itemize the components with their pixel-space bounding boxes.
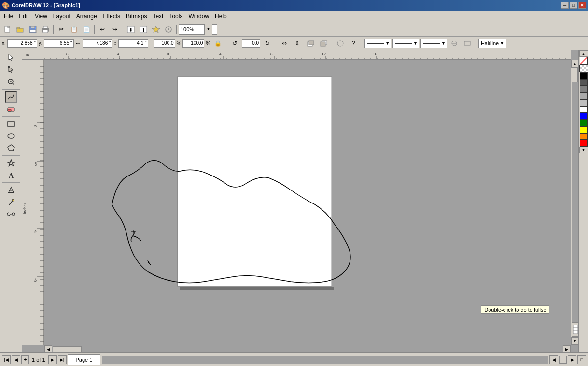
to-back-button[interactable] (318, 38, 329, 49)
menu-help[interactable]: Help (212, 12, 230, 21)
rectangle-tool-button[interactable] (5, 118, 17, 130)
lock-aspect-button[interactable]: 🔒 (212, 38, 224, 49)
hairline-dropdown[interactable]: Hairline ▼ (478, 39, 506, 48)
canvas-viewport[interactable] (44, 60, 571, 345)
to-front-button[interactable] (305, 38, 316, 49)
open-button[interactable] (14, 24, 26, 35)
star-tool-button[interactable] (5, 157, 17, 169)
scroll-down-button[interactable]: ▼ (571, 337, 578, 345)
next-page-button[interactable]: ▶ (48, 355, 57, 364)
freehand-tool-button[interactable] (5, 91, 17, 103)
scroll-tab-right[interactable]: ▶ (568, 355, 576, 364)
color-orange[interactable] (580, 133, 588, 140)
pick-tool-button[interactable] (5, 52, 17, 64)
save-button[interactable] (27, 24, 39, 35)
scale-x-field[interactable] (154, 39, 175, 48)
minimize-button[interactable]: ─ (561, 2, 569, 9)
menu-text[interactable]: Text (150, 12, 166, 21)
node-shape-button[interactable] (448, 38, 460, 49)
scroll-v-thumb[interactable] (572, 68, 578, 82)
color-black[interactable] (580, 72, 588, 79)
eraser-tool-button[interactable] (5, 103, 17, 115)
cut-button[interactable]: ✂ (56, 24, 67, 35)
page-tab[interactable]: Page 1 (68, 354, 101, 365)
color-gray[interactable] (580, 86, 588, 93)
menu-arrange[interactable]: Arrange (73, 12, 100, 21)
blend-tool-button[interactable] (5, 208, 17, 220)
paste-button[interactable]: 📄 (81, 24, 92, 35)
redo-button[interactable]: ↪ (109, 24, 121, 35)
close-button[interactable]: ✕ (578, 2, 586, 9)
fill-tool-button[interactable] (5, 184, 17, 196)
drawing-canvas[interactable] (44, 60, 571, 345)
title-bar-controls[interactable]: ─ □ ✕ (561, 2, 586, 9)
import-button[interactable]: ⬇ (125, 24, 137, 35)
menu-edit[interactable]: Edit (16, 12, 32, 21)
menu-window[interactable]: Window (185, 12, 212, 21)
color-light-gray[interactable] (580, 93, 588, 99)
ellipse-tool-button[interactable] (5, 130, 17, 142)
page-overview[interactable] (559, 356, 567, 364)
scroll-tab-left[interactable]: ◀ (549, 355, 558, 364)
menu-effects[interactable]: Effects (100, 12, 123, 21)
color-yellow[interactable] (580, 126, 588, 133)
palette-scroll-up[interactable]: ▲ (579, 50, 588, 57)
scroll-right-button[interactable]: ▶ (563, 345, 571, 352)
last-page-button[interactable]: ▶| (58, 355, 67, 364)
zoom-input[interactable] (179, 26, 204, 33)
prev-page-button[interactable]: ◀ (12, 355, 20, 364)
scroll-h-thumb[interactable] (53, 346, 82, 352)
menu-view[interactable]: View (32, 12, 50, 21)
outline-width-dropdown[interactable]: ▼ (420, 39, 447, 48)
y-field[interactable] (44, 39, 74, 48)
nudge-button[interactable] (335, 38, 346, 49)
palette-icon[interactable] (572, 322, 578, 337)
outline-end-dropdown[interactable]: ▼ (392, 39, 419, 48)
angle-field[interactable] (242, 39, 260, 48)
export-button[interactable]: ⬆ (138, 24, 149, 35)
transparent-swatch[interactable] (579, 65, 588, 72)
menu-bitmaps[interactable]: Bitmaps (123, 12, 150, 21)
expand-view[interactable]: □ (577, 355, 586, 364)
color-white[interactable] (580, 106, 588, 113)
mirror-h-button[interactable]: ⇔ (279, 38, 290, 49)
shape-tool-button[interactable] (5, 64, 17, 76)
eyedropper-tool-button[interactable] (5, 196, 17, 208)
color-green[interactable] (580, 120, 588, 126)
scroll-h-track[interactable] (52, 345, 563, 352)
node-shape2-button[interactable] (462, 38, 473, 49)
zoom-dropdown-button[interactable]: ▼ (204, 24, 212, 35)
h-field[interactable] (118, 39, 148, 48)
help-button[interactable]: ? (348, 38, 359, 49)
print-button[interactable] (40, 24, 51, 35)
no-color-swatch[interactable] (580, 57, 588, 65)
color-red[interactable] (580, 140, 588, 147)
mirror-v-button[interactable]: ⇕ (292, 38, 303, 49)
palette-scroll-down[interactable]: ▼ (579, 147, 588, 153)
new-button[interactable] (2, 24, 14, 35)
rotate-right-button[interactable]: ↻ (262, 38, 273, 49)
color-dark-gray[interactable] (580, 79, 588, 86)
restore-button[interactable]: □ (570, 2, 577, 9)
rotate-left-button[interactable]: ↺ (229, 38, 240, 49)
scroll-left-button[interactable]: ◀ (44, 345, 52, 352)
outline-style-dropdown[interactable]: ▼ (364, 39, 391, 48)
scale-y-field[interactable] (182, 39, 204, 48)
menu-file[interactable]: File (1, 12, 16, 21)
menu-layout[interactable]: Layout (50, 12, 73, 21)
zoom-tool-button[interactable] (5, 76, 17, 88)
snapping-button[interactable] (163, 24, 174, 35)
scroll-up-button[interactable]: ▲ (571, 60, 578, 68)
x-field[interactable] (7, 39, 37, 48)
color-lighter-gray[interactable] (580, 99, 588, 106)
wizard-button[interactable] (150, 24, 162, 35)
text-tool-button[interactable]: A (5, 169, 17, 181)
w-field[interactable] (83, 39, 112, 48)
color-blue[interactable] (580, 113, 588, 120)
menu-tools[interactable]: Tools (166, 12, 185, 21)
add-page-button[interactable]: + (21, 355, 29, 364)
first-page-button[interactable]: |◀ (2, 355, 11, 364)
scroll-v-track[interactable] (571, 68, 578, 337)
polygon-tool-button[interactable] (5, 142, 17, 154)
undo-button[interactable]: ↩ (97, 24, 108, 35)
